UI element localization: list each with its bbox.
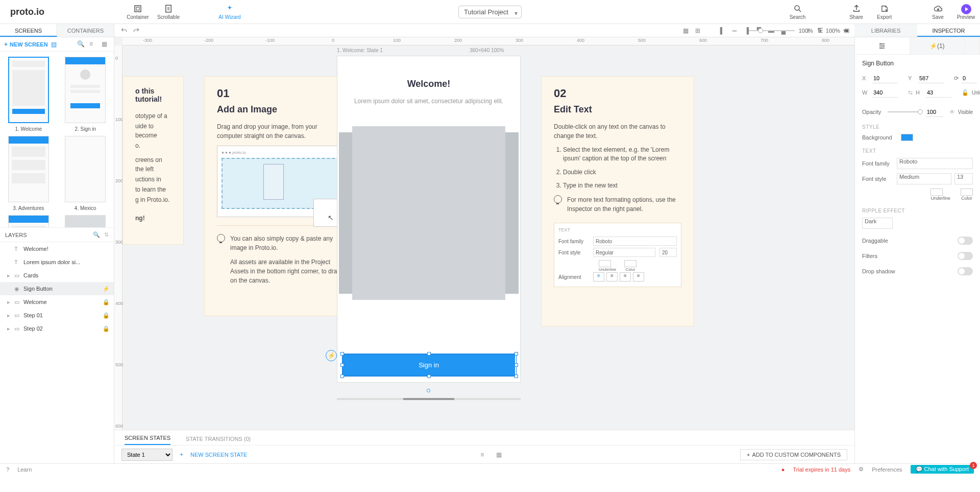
- ripple-select[interactable]: Dark: [862, 218, 893, 229]
- layer-item-sign-button[interactable]: ◉ Sign Button ⚡: [0, 282, 114, 295]
- inspector-more-tab[interactable]: [965, 37, 980, 54]
- ai-wizard-tool[interactable]: AI Wizard: [214, 0, 245, 24]
- tab-containers[interactable]: CONTAINERS: [57, 24, 114, 37]
- opacity-input[interactable]: [926, 107, 943, 117]
- share-button[interactable]: Share: [842, 0, 870, 24]
- font-family-select[interactable]: Roboto: [897, 158, 973, 169]
- layer-item-welcome-text[interactable]: T Welcome!: [0, 242, 114, 255]
- lock-icon[interactable]: 🔒: [103, 325, 110, 332]
- trial-notice[interactable]: Trial expires in 11 days: [793, 466, 850, 473]
- inspector-props-tab[interactable]: [855, 37, 910, 54]
- canvas[interactable]: o this tutorial! ototype of a uide to be…: [122, 45, 854, 463]
- rotation-input[interactable]: [962, 73, 977, 83]
- text-color-swatch[interactable]: [961, 189, 973, 196]
- states-list-icon[interactable]: ≡: [480, 451, 484, 458]
- sign-in-button[interactable]: Sign in: [342, 354, 515, 376]
- preferences-link[interactable]: Preferences: [872, 466, 902, 473]
- search-button[interactable]: Search: [783, 0, 812, 24]
- draggable-toggle[interactable]: [958, 237, 973, 245]
- tab-screens[interactable]: SCREENS: [0, 24, 57, 37]
- search-icon: [793, 4, 802, 13]
- tab-state-transitions[interactable]: STATE TRANSITIONS (0): [186, 436, 251, 445]
- inspector-interactions-tab[interactable]: ⚡(1): [910, 37, 965, 54]
- chevron-right-icon[interactable]: ▸: [7, 325, 11, 332]
- new-screen-state-button[interactable]: NEW SCREEN STATE: [190, 452, 247, 458]
- screen-card-6[interactable]: ✈: [59, 215, 112, 228]
- w-input[interactable]: [872, 87, 898, 98]
- screen-card-5[interactable]: [2, 215, 55, 228]
- state-select[interactable]: State 1: [121, 449, 173, 461]
- zoom-value-2[interactable]: 100%: [826, 28, 840, 34]
- export-button[interactable]: Export: [870, 0, 898, 24]
- add-to-custom-components-button[interactable]: +ADD TO CUSTOM COMPONENTS: [740, 449, 847, 460]
- layer-item-step01[interactable]: ▸▭ Step 01 🔒: [0, 309, 114, 322]
- grid-view-icon[interactable]: ▦: [102, 40, 110, 49]
- scrollable-tool[interactable]: Scrollable: [153, 0, 184, 24]
- chat-support-button[interactable]: 💬 Chat with Support 1: [911, 465, 974, 474]
- align-left-icon[interactable]: ▌: [718, 26, 727, 35]
- drop-shadow-toggle[interactable]: [958, 267, 973, 275]
- states-grid-icon[interactable]: ▦: [496, 451, 502, 458]
- screen-card-signin[interactable]: 2. Sign in: [59, 57, 112, 132]
- rotate-handle[interactable]: [427, 389, 430, 392]
- project-select[interactable]: Tutorial Project: [458, 6, 522, 18]
- list-view-icon[interactable]: ≡: [89, 40, 97, 49]
- svg-point-6: [881, 47, 883, 49]
- visible-icon[interactable]: 👁: [949, 109, 955, 115]
- save-button[interactable]: Save: [924, 0, 952, 24]
- zoom-stepper-icon[interactable]: ⇅: [817, 27, 822, 34]
- share-label: Share: [849, 14, 863, 20]
- fit-icon[interactable]: ▣: [844, 27, 849, 34]
- opacity-slider[interactable]: [888, 111, 923, 112]
- h-input[interactable]: [926, 87, 951, 98]
- templates-icon[interactable]: ▤: [51, 41, 57, 48]
- snap-icon[interactable]: ▦: [681, 26, 690, 35]
- layer-item-step02[interactable]: ▸▭ Step 02 🔒: [0, 322, 114, 335]
- tab-libraries[interactable]: LIBRARIES: [854, 24, 917, 37]
- container-tool[interactable]: Container: [122, 0, 153, 24]
- unlock-icon[interactable]: 🔓: [962, 89, 969, 96]
- link-wh-icon[interactable]: ⇆: [908, 89, 913, 96]
- tab-screen-states[interactable]: SCREEN STATES: [125, 435, 170, 445]
- background-color-swatch[interactable]: [901, 134, 913, 141]
- layers-search-icon[interactable]: 🔍: [93, 231, 100, 238]
- x-input[interactable]: [872, 73, 898, 83]
- new-screen-button[interactable]: NEW SCREEN: [10, 41, 48, 48]
- redo-button[interactable]: [132, 26, 141, 35]
- screen-card-adventures[interactable]: 3. Adventures: [2, 136, 55, 211]
- lock-icon[interactable]: 🔒: [103, 312, 110, 319]
- help-icon[interactable]: ?: [6, 466, 9, 473]
- logo[interactable]: proto.io: [10, 7, 61, 17]
- interaction-badge[interactable]: ⚡: [326, 350, 337, 361]
- artboard-welcome[interactable]: Welcome! Lorem ipsum dolor sit amet, con…: [337, 56, 521, 383]
- welcome-subtitle[interactable]: Lorem ipsum dolor sit amet, consectetur …: [337, 97, 520, 106]
- layer-item-lorem[interactable]: T Lorem ipsum dolor si...: [0, 255, 114, 269]
- layer-item-welcome-group[interactable]: ▸▭ Welcome 🔒: [0, 295, 114, 309]
- preview-button[interactable]: Preview: [952, 0, 980, 24]
- screen-card-welcome[interactable]: 1. Welcome: [2, 57, 55, 132]
- align-center-h-icon[interactable]: ═: [730, 26, 739, 35]
- layers-sort-icon[interactable]: ⇅: [104, 231, 109, 238]
- lock-icon[interactable]: 🔒: [103, 299, 110, 306]
- chevron-right-icon[interactable]: ▸: [7, 272, 11, 279]
- screen-card-mexico[interactable]: 4. Mexico: [59, 136, 112, 211]
- underline-toggle[interactable]: [930, 189, 943, 196]
- font-style-select[interactable]: Medium: [897, 173, 951, 184]
- artboard-scrollbar[interactable]: [337, 398, 521, 400]
- font-size-select[interactable]: 13: [954, 173, 973, 184]
- search-screens-icon[interactable]: 🔍: [77, 40, 85, 49]
- zoom-slider[interactable]: [749, 30, 795, 31]
- project-title-dropdown[interactable]: Tutorial Project ▾: [458, 6, 522, 18]
- welcome-title[interactable]: Welcome!: [337, 79, 520, 89]
- snap2-icon[interactable]: ⊞: [693, 26, 702, 35]
- filters-toggle[interactable]: [958, 252, 973, 260]
- chevron-right-icon[interactable]: ▸: [7, 299, 11, 306]
- image-placeholder[interactable]: [352, 126, 505, 300]
- tab-inspector[interactable]: INSPECTOR: [917, 24, 980, 37]
- chevron-right-icon[interactable]: ▸: [7, 312, 11, 319]
- undo-button[interactable]: [119, 26, 129, 35]
- export-icon: [880, 4, 889, 13]
- layer-item-cards[interactable]: ▸▭ Cards: [0, 269, 114, 282]
- learn-link[interactable]: Learn: [17, 466, 32, 473]
- y-input[interactable]: [918, 73, 944, 83]
